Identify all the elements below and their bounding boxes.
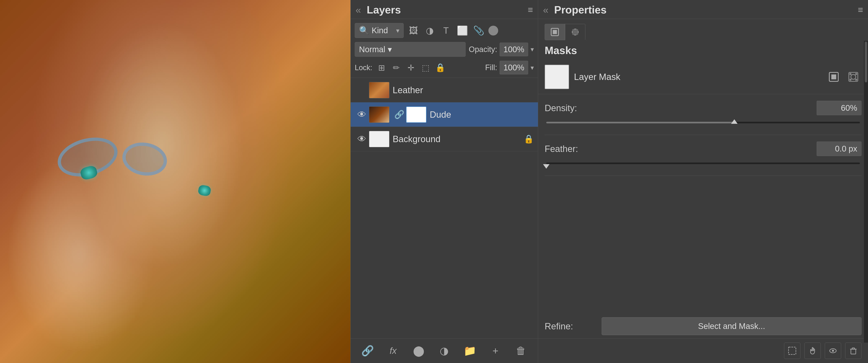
layer-adjustment-button[interactable]: ◑ [436, 343, 452, 359]
layer-lock-icon-background: 🔒 [524, 134, 534, 144]
density-slider-thumb[interactable] [731, 119, 738, 124]
properties-scrollbar-thumb[interactable] [865, 41, 867, 82]
filter-image-icon[interactable]: 🖼 [407, 24, 420, 37]
mask-section-icons [826, 69, 862, 85]
mask-tab-vector[interactable] [565, 24, 585, 40]
properties-panel-header: « Properties ≡ [538, 0, 868, 19]
filter-shape-icon[interactable]: ⬜ [456, 24, 469, 37]
svg-point-7 [851, 75, 856, 79]
properties-panel-collapse-button[interactable]: « [543, 4, 549, 16]
separator-2 [545, 175, 862, 176]
lock-move-icon[interactable]: ✛ [405, 62, 417, 74]
svg-rect-5 [831, 75, 836, 79]
feather-slider-thumb[interactable] [543, 164, 550, 169]
layer-fx-button[interactable]: fx [385, 343, 401, 359]
lock-icons: ⊞ ✏ ✛ ⬚ 🔒 [375, 62, 446, 74]
layers-panel-menu-icon[interactable]: ≡ [528, 5, 533, 15]
layer-toolbar: 🔗 fx ⬤ ◑ 📁 + 🗑 [351, 338, 538, 363]
layers-panel-collapse-button[interactable]: « [355, 4, 361, 16]
select-and-mask-button[interactable]: Select and Mask... [602, 317, 862, 335]
fill-label: Fill: [485, 63, 497, 72]
kind-dropdown[interactable]: 🔍 Kind ▾ [355, 23, 404, 38]
svg-point-10 [849, 79, 851, 81]
layer-name-leather: Leather [393, 85, 534, 95]
filter-bar: 🔍 Kind ▾ 🖼 ◑ T ⬜ 📎 [351, 19, 538, 40]
eye-icon-background[interactable]: 👁 [358, 134, 366, 144]
feather-row: Feather: 0.0 px [545, 142, 862, 156]
search-icon: 🔍 [359, 26, 369, 35]
filter-adjustment-icon[interactable]: ◑ [423, 24, 436, 37]
layer-thumb-background [369, 131, 390, 147]
lock-all-icon[interactable]: 🔒 [434, 62, 446, 74]
lock-paint-icon[interactable]: ✏ [390, 62, 402, 74]
properties-scrollbar[interactable] [864, 41, 868, 343]
ring-1 [53, 131, 122, 183]
props-selection-icon[interactable] [784, 343, 800, 359]
svg-rect-1 [553, 30, 557, 34]
properties-panel-menu-icon[interactable]: ≡ [858, 5, 863, 15]
blend-row: Normal ▾ Opacity: 100% ▾ [351, 40, 538, 59]
layers-panel-title: Layers [367, 4, 401, 16]
props-hand-tool-icon[interactable] [804, 343, 821, 359]
density-label: Density: [545, 103, 598, 113]
layer-item-dude[interactable]: 👁 🔗 Dude [351, 102, 538, 127]
properties-toolbar [538, 338, 868, 363]
blend-mode-dropdown[interactable]: Normal ▾ [355, 42, 466, 57]
props-delete-icon[interactable] [845, 343, 862, 359]
mask-icon-pixel[interactable] [826, 69, 842, 85]
props-visibility-icon[interactable] [825, 343, 841, 359]
filter-type-icon[interactable]: T [439, 24, 453, 37]
fill-chevron-icon[interactable]: ▾ [531, 64, 534, 72]
svg-rect-3 [572, 29, 578, 35]
layer-item-background[interactable]: 👁 Background 🔒 [351, 127, 538, 151]
layer-group-button[interactable]: 📁 [462, 343, 478, 359]
layer-item-leather[interactable]: Leather [351, 78, 538, 102]
masks-section-title: Masks [538, 44, 868, 60]
density-slider-track[interactable] [546, 122, 860, 123]
blend-mode-chevron-icon: ▾ [388, 45, 392, 54]
layer-mask-section: Layer Mask [538, 60, 868, 94]
svg-point-14 [832, 350, 834, 352]
layer-name-dude: Dude [430, 110, 534, 120]
layer-list: Leather 👁 🔗 Dude 👁 Backgro [351, 78, 538, 338]
fill-input[interactable]: 100% [500, 61, 528, 75]
svg-rect-15 [851, 349, 856, 354]
lock-row: Lock: ⊞ ✏ ✛ ⬚ 🔒 Fill: 100% ▾ [351, 59, 538, 78]
lock-pixels-icon[interactable]: ⊞ [375, 62, 388, 74]
layer-visibility-dude[interactable]: 👁 [355, 110, 369, 120]
density-slider-row [545, 122, 862, 127]
refine-label: Refine: [545, 321, 598, 331]
opacity-chevron-icon[interactable]: ▾ [531, 46, 534, 53]
layers-panel-header: « Layers ≡ [351, 0, 538, 19]
density-value[interactable]: 60% [817, 101, 862, 115]
layer-link-button[interactable]: 🔗 [360, 343, 376, 359]
layer-thumb-leather [369, 82, 390, 98]
feather-slider-row [545, 163, 862, 167]
layer-new-button[interactable]: + [487, 343, 504, 359]
filter-smart-icon[interactable]: 📎 [472, 24, 485, 37]
mask-preview-thumbnail [545, 65, 569, 89]
density-slider-fill [546, 122, 734, 123]
layer-name-background: Background [393, 134, 524, 144]
lock-artboard-icon[interactable]: ⬚ [420, 62, 432, 74]
mask-type-tabs [538, 19, 868, 40]
mask-tab-pixel[interactable] [545, 24, 565, 40]
fill-group: Fill: 100% ▾ [485, 61, 534, 75]
blend-mode-value: Normal [359, 45, 385, 54]
filter-toggle[interactable] [488, 26, 498, 35]
layer-mask-button[interactable]: ⬤ [410, 343, 427, 359]
mask-icon-vector[interactable] [845, 69, 862, 85]
layer-delete-button[interactable]: 🗑 [513, 343, 529, 359]
feather-value[interactable]: 0.0 px [817, 142, 862, 156]
feather-slider-track[interactable] [546, 163, 860, 164]
filter-icons: 🖼 ◑ T ⬜ 📎 [407, 24, 498, 37]
kind-label: Kind [372, 26, 388, 35]
chevron-down-icon: ▾ [396, 27, 399, 34]
layer-visibility-background[interactable]: 👁 [355, 134, 369, 144]
opacity-input[interactable]: 100% [500, 43, 528, 56]
layer-mask-white-dude [406, 107, 426, 122]
eye-icon-dude[interactable]: 👁 [358, 110, 366, 120]
layer-mask-label: Layer Mask [574, 72, 821, 82]
svg-rect-17 [852, 348, 855, 349]
opacity-label: Opacity: [469, 45, 497, 54]
